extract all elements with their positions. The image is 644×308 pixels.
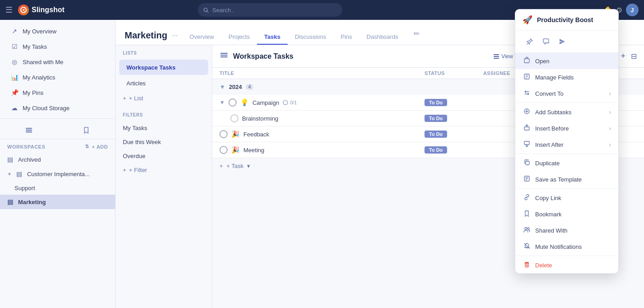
add-list-button[interactable]: + + List <box>116 91 212 105</box>
tab-tasks[interactable]: Tasks <box>257 30 288 45</box>
sidebar-item-my-pins[interactable]: 📌 My Pins <box>4 85 112 100</box>
sidebar-tab-bookmark[interactable] <box>58 123 116 139</box>
group-collapse-icon[interactable]: ▼ <box>219 84 225 90</box>
shared-with-icon <box>523 226 531 234</box>
page-more-icon[interactable]: ··· <box>172 32 177 40</box>
tab-dashboards[interactable]: Dashboards <box>359 30 406 45</box>
context-menu-manage-fields[interactable]: Manage Fields <box>515 69 618 85</box>
workspaces-actions[interactable]: ⇅ + Add <box>85 144 108 149</box>
sidebar-item-my-analytics[interactable]: 📊 My Analytics <box>4 70 112 84</box>
tab-projects[interactable]: Projects <box>221 30 257 45</box>
chat-icon-btn[interactable] <box>539 34 553 49</box>
task-collapse-campaign[interactable]: ▼ <box>219 99 225 106</box>
context-menu-duplicate[interactable]: Duplicate <box>515 155 618 171</box>
status-badge-campaign: To Do <box>425 99 447 106</box>
add-filter-button[interactable]: + + Filter <box>116 163 212 177</box>
mute-icon <box>523 243 531 251</box>
search-input[interactable] <box>212 7 337 14</box>
avatar[interactable]: J <box>626 4 639 16</box>
sidebar-tab-layers[interactable] <box>0 123 58 139</box>
list-label-workspace-tasks: Workspace Tasks <box>126 64 176 71</box>
tab-pins[interactable]: Pins <box>333 30 359 45</box>
bookmark-label: Bookmark <box>535 211 562 218</box>
task-title-feedback[interactable]: Feedback <box>243 131 269 138</box>
context-menu-save-template[interactable]: Save as Template <box>515 171 618 187</box>
tab-overview[interactable]: Overview <box>182 30 221 45</box>
context-menu-mute-notifications[interactable]: Mute Notifications <box>515 238 618 255</box>
add-workspace-label[interactable]: + Add <box>92 144 108 149</box>
add-subtasks-arrow: › <box>609 108 611 116</box>
svg-rect-4 <box>26 130 32 131</box>
workspace-item-archived[interactable]: ▤ Archived ··· <box>0 152 115 167</box>
pin-icon-btn[interactable] <box>523 34 537 49</box>
hamburger-icon[interactable]: ☰ <box>5 5 13 15</box>
filter-my-tasks[interactable]: My Tasks <box>116 121 212 135</box>
customer-impl-icon: ▤ <box>16 170 23 177</box>
divider-1 <box>515 103 618 103</box>
context-menu-delete[interactable]: Delete <box>515 257 618 273</box>
list-item-articles[interactable]: Articles ··· <box>119 75 208 91</box>
task-cell-brainstorming-title: Brainstorming <box>230 114 425 122</box>
task-cell-campaign-title: ▼ 💡 Campaign 0/1 <box>219 98 425 107</box>
task-status-meeting[interactable]: To Do <box>425 146 483 154</box>
duplicate-label: Duplicate <box>535 160 560 167</box>
workspaces-header: Workspaces ⇅ + Add <box>0 141 115 152</box>
send-icon-btn[interactable] <box>555 34 569 49</box>
convert-to-label: Convert To <box>535 90 564 97</box>
insert-before-arrow: › <box>609 125 611 132</box>
insert-after-icon <box>523 140 531 149</box>
context-menu-insert-before[interactable]: Insert Before › <box>515 120 618 136</box>
filter-icon[interactable]: ⊟ <box>631 52 637 61</box>
status-badge-brainstorming: To Do <box>425 115 447 122</box>
context-menu-add-subtasks[interactable]: Add Subtasks › <box>515 104 618 120</box>
task-title-meeting[interactable]: Meeting <box>243 147 264 154</box>
delete-icon <box>523 261 531 269</box>
divider-3 <box>515 188 618 189</box>
add-task-plus-icon: + <box>219 163 223 169</box>
task-status-campaign[interactable]: To Do <box>425 99 483 106</box>
col-title: Title <box>219 70 425 76</box>
shared-icon: ◎ <box>11 58 18 65</box>
list-item-workspace-tasks[interactable]: Workspace Tasks ··· <box>119 60 208 75</box>
context-menu-bookmark[interactable]: Bookmark <box>515 206 618 222</box>
add-column-icon[interactable]: + <box>621 51 625 61</box>
sidebar-item-my-tasks[interactable]: ☑ My Tasks <box>4 39 112 54</box>
analytics-icon: 📊 <box>11 74 18 81</box>
tab-discussions[interactable]: Discussions <box>288 30 333 45</box>
task-check-meeting[interactable] <box>219 146 228 154</box>
filter-overdue[interactable]: Overdue <box>116 149 212 163</box>
context-menu-open[interactable]: Open <box>515 53 618 69</box>
edit-icon[interactable]: ✏ <box>414 29 420 38</box>
insert-before-label: Insert Before <box>535 125 569 132</box>
task-status-brainstorming[interactable]: To Do <box>425 115 483 122</box>
add-filter-icon: + <box>123 167 126 173</box>
task-title-brainstorming[interactable]: Brainstorming <box>242 115 278 122</box>
filter-due-this-week[interactable]: Due this Week <box>116 135 212 149</box>
campaign-sub-info: 0/1 <box>283 100 297 105</box>
task-check-feedback[interactable] <box>219 130 228 138</box>
status-badge-meeting: To Do <box>425 146 447 154</box>
svg-rect-9 <box>494 54 499 55</box>
sidebar-item-shared-with-me[interactable]: ◎ Shared with Me <box>4 55 112 69</box>
context-menu-copy-link[interactable]: Copy Link <box>515 190 618 206</box>
workspace-subitem-support[interactable]: Support ··· <box>0 181 115 195</box>
task-cell-feedback-title: 🎉 Feedback <box>219 130 425 138</box>
manage-fields-icon <box>523 73 531 81</box>
search-bar[interactable] <box>198 3 342 17</box>
context-menu-insert-after[interactable]: Insert After › <box>515 136 618 153</box>
task-check-brainstorming[interactable] <box>230 114 238 122</box>
task-status-feedback[interactable]: To Do <box>425 131 483 138</box>
context-menu-shared-with[interactable]: Shared With <box>515 222 618 238</box>
workspace-label-support: Support <box>14 185 35 191</box>
context-menu-convert-to[interactable]: Convert To › <box>515 85 618 102</box>
search-icon <box>203 7 209 13</box>
sidebar-item-my-cloud-storage[interactable]: ☁ My Cloud Storage <box>4 101 112 115</box>
workspace-item-marketing[interactable]: ▤ Marketing ··· <box>0 195 115 209</box>
task-title-campaign[interactable]: Campaign <box>252 99 279 106</box>
sidebar-item-my-overview[interactable]: ↗ My Overview <box>4 24 112 38</box>
sort-icon[interactable]: ⇅ <box>85 144 89 149</box>
svg-rect-5 <box>26 131 32 133</box>
workspace-item-customer-impl[interactable]: ▼ ▤ Customer Implementa... ··· <box>0 167 115 181</box>
add-task-dropdown-icon[interactable]: ▾ <box>247 163 250 169</box>
task-check-campaign[interactable] <box>229 98 237 107</box>
